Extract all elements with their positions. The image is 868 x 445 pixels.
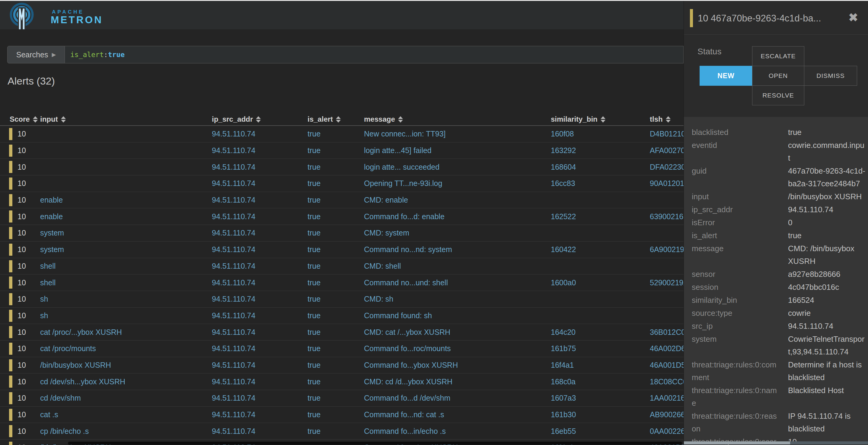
cell-score: 10	[18, 390, 26, 406]
table-row[interactable]: 1094.51.110.74trueNew connec...ion: TT93…	[0, 126, 684, 143]
cell-ip: 94.51.110.74	[212, 126, 255, 142]
cell-score: 10	[18, 324, 26, 340]
dismiss-status-button[interactable]: DISMISS	[804, 66, 857, 86]
table-row[interactable]: 10system94.51.110.74trueCommand no...nd:…	[0, 241, 684, 258]
panel-scrollbar-thumb[interactable]	[684, 441, 790, 444]
score-accent-bar	[9, 244, 12, 256]
cell-score: 10	[18, 423, 26, 439]
cell-score: 10	[18, 192, 26, 208]
searches-menu-button[interactable]: Searches ▶	[7, 46, 65, 63]
cell-tlsh: 6A9002195	[650, 241, 684, 258]
detail-key: threat:triage:rules:0:name	[692, 384, 779, 409]
cell-alert: true	[308, 274, 320, 291]
score-accent-bar	[9, 409, 12, 421]
cell-ip: 94.51.110.74	[212, 374, 255, 390]
table-row[interactable]: 1094.51.110.74truelogin atte...45] faile…	[0, 143, 684, 159]
table-row[interactable]: 10cat /proc/mounts94.51.110.74trueComman…	[0, 340, 684, 357]
cell-tlsh: AFA00270A	[650, 143, 684, 159]
table-row[interactable]: 10cd /dev/sh...ybox XUSRH94.51.110.74tru…	[0, 374, 684, 390]
table-row[interactable]: 10system94.51.110.74trueCMD: system	[0, 225, 684, 241]
cell-msg: CMD: cat /...ybox XUSRH	[364, 324, 548, 340]
score-accent-bar	[9, 276, 12, 289]
searches-label: Searches	[16, 51, 48, 59]
cell-msg: Command fo...roc/mounts	[364, 340, 548, 357]
table-row[interactable]: 10/bin/busybox XUSRH94.51.110.74trueComm…	[0, 357, 684, 374]
cell-ip: 94.51.110.74	[212, 324, 255, 340]
table-row[interactable]: 10enable94.51.110.74trueCMD: enable	[0, 192, 684, 209]
table-row[interactable]: 10sh94.51.110.74trueCMD: sh	[0, 291, 684, 308]
sort-icon	[61, 116, 66, 123]
table-row[interactable]: 10cp /bin/echo .s94.51.110.74trueCommand…	[0, 423, 684, 440]
cell-alert: true	[308, 241, 320, 258]
cell-sim: 16f4a1	[551, 357, 574, 374]
cell-sim: 160422	[551, 241, 576, 258]
cell-sim: 164c20	[551, 324, 576, 340]
open-status-button[interactable]: OPEN	[752, 66, 804, 86]
detail-row: threat:triage:rules:0:commentDetermine i…	[692, 358, 865, 384]
column-header-tlsh[interactable]: tlsh	[650, 113, 671, 125]
cell-msg: Opening TT...ne-93i.log	[364, 175, 548, 192]
detail-value: Blacklisted Host	[788, 384, 865, 409]
cell-score: 10	[18, 225, 26, 241]
cell-input: enable	[40, 208, 209, 225]
score-accent-bar	[9, 425, 12, 437]
table-row[interactable]: 1094.51.110.74truelogin atte... succeede…	[0, 159, 684, 175]
column-header-sim[interactable]: similarity_bin	[551, 113, 606, 125]
table-row[interactable]: 10cd /dev/shm94.51.110.74trueCommand fo.…	[0, 390, 684, 407]
cell-input: shell	[40, 258, 209, 274]
detail-key: threat:triage:rules:0:comment	[692, 358, 779, 384]
search-bar: Searches ▶ is_alert : true	[7, 46, 684, 63]
score-accent-bar	[9, 326, 12, 338]
cell-tlsh	[650, 225, 684, 241]
cell-score: 10	[18, 159, 26, 175]
detail-key: ip_src_addr	[692, 203, 779, 216]
detail-key: isError	[692, 216, 779, 229]
table-row[interactable]: 10cat /proc/...ybox XUSRH94.51.110.74tru…	[0, 324, 684, 340]
column-header-msg[interactable]: message	[364, 113, 403, 125]
new-status-button[interactable]: NEW	[700, 66, 752, 86]
score-accent-bar	[9, 128, 12, 140]
column-header-input[interactable]: input	[40, 113, 66, 125]
detail-row: session4c047bbc016c	[692, 281, 865, 293]
table-row[interactable]: 1094.51.110.74trueOpening TT...ne-93i.lo…	[0, 175, 684, 192]
column-header-ip[interactable]: ip_src_addr	[212, 113, 261, 125]
score-accent-bar	[9, 227, 12, 239]
cell-ip: 94.51.110.74	[212, 340, 255, 357]
table-row[interactable]: 10shell94.51.110.74trueCMD: shell	[0, 258, 684, 275]
cell-score: 10	[18, 208, 26, 225]
detail-key: src_ip	[692, 320, 779, 332]
table-row[interactable]: 10cat .s94.51.110.74trueCommand fo...nd:…	[0, 407, 684, 423]
search-query-input[interactable]: is_alert : true	[65, 46, 684, 63]
close-icon[interactable]: ✖	[848, 12, 858, 23]
score-accent-bar	[9, 310, 12, 322]
cell-alert: true	[308, 308, 320, 324]
detail-row: isError0	[692, 216, 865, 229]
detail-value: IP 94.51.110.74 is blacklisted	[788, 410, 865, 435]
cell-alert: true	[308, 340, 320, 357]
detail-row: source:typecowrie	[692, 307, 865, 319]
column-header-alert[interactable]: is_alert	[308, 113, 341, 125]
table-row[interactable]: 10sh94.51.110.74trueCommand found: sh	[0, 308, 684, 324]
cell-tlsh: 52900219A	[650, 274, 684, 291]
alert-fields-list: blacklistedtrueeventidcowrie.command.inp…	[684, 117, 868, 445]
alerts-table-body: 1094.51.110.74trueNew connec...ion: TT93…	[0, 126, 684, 445]
escalate-button[interactable]: ESCALATE	[752, 46, 804, 66]
detail-value: 0	[788, 216, 865, 229]
details-panel-title: 10 467a70be-9263-4c1d-ba...	[698, 13, 843, 24]
detail-key: blacklisted	[692, 126, 779, 139]
table-row[interactable]: 10shell94.51.110.74trueCommand no...und:…	[0, 274, 684, 291]
cell-sim: 1600a0	[551, 274, 576, 291]
detail-key: source:type	[692, 307, 779, 319]
column-header-score[interactable]: Score	[10, 113, 38, 125]
table-row[interactable]: 10enable94.51.110.74trueCommand fo...d: …	[0, 208, 684, 225]
cell-msg: New connec...ion: TT93]	[364, 126, 548, 142]
column-header-label: tlsh	[650, 115, 663, 123]
table-horizontal-scrollbar[interactable]	[68, 442, 682, 445]
resolve-status-button[interactable]: RESOLVE	[752, 85, 804, 106]
cell-sim: 16eb55	[551, 423, 576, 439]
cell-tlsh: 63900216D	[650, 208, 684, 225]
column-header-label: Score	[10, 115, 30, 123]
cell-input: sh	[40, 291, 209, 307]
detail-key: is_alert	[692, 229, 779, 242]
cell-msg: Command fo...d /dev/shm	[364, 390, 548, 406]
